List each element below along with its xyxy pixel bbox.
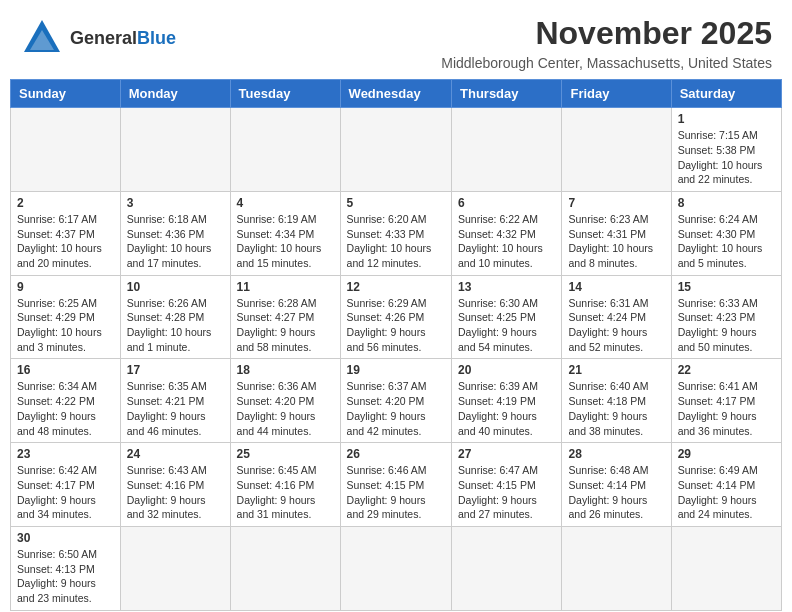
day-number: 11	[237, 280, 334, 294]
table-row: 14Sunrise: 6:31 AM Sunset: 4:24 PM Dayli…	[562, 275, 671, 359]
table-row	[340, 526, 451, 610]
day-number: 1	[678, 112, 775, 126]
table-row: 23Sunrise: 6:42 AM Sunset: 4:17 PM Dayli…	[11, 443, 121, 527]
day-info: Sunrise: 6:25 AM Sunset: 4:29 PM Dayligh…	[17, 296, 114, 355]
table-row: 30Sunrise: 6:50 AM Sunset: 4:13 PM Dayli…	[11, 526, 121, 610]
day-number: 7	[568, 196, 664, 210]
table-row: 29Sunrise: 6:49 AM Sunset: 4:14 PM Dayli…	[671, 443, 781, 527]
title-section: November 2025 Middleborough Center, Mass…	[441, 16, 772, 71]
day-info: Sunrise: 6:50 AM Sunset: 4:13 PM Dayligh…	[17, 547, 114, 606]
day-info: Sunrise: 6:28 AM Sunset: 4:27 PM Dayligh…	[237, 296, 334, 355]
day-number: 27	[458, 447, 555, 461]
table-row	[562, 526, 671, 610]
day-number: 17	[127, 363, 224, 377]
col-thursday: Thursday	[452, 80, 562, 108]
day-number: 6	[458, 196, 555, 210]
col-wednesday: Wednesday	[340, 80, 451, 108]
day-number: 4	[237, 196, 334, 210]
calendar-week-row: 1Sunrise: 7:15 AM Sunset: 5:38 PM Daylig…	[11, 108, 782, 192]
table-row: 11Sunrise: 6:28 AM Sunset: 4:27 PM Dayli…	[230, 275, 340, 359]
table-row: 16Sunrise: 6:34 AM Sunset: 4:22 PM Dayli…	[11, 359, 121, 443]
col-sunday: Sunday	[11, 80, 121, 108]
table-row: 9Sunrise: 6:25 AM Sunset: 4:29 PM Daylig…	[11, 275, 121, 359]
day-number: 19	[347, 363, 445, 377]
table-row: 19Sunrise: 6:37 AM Sunset: 4:20 PM Dayli…	[340, 359, 451, 443]
logo-blue: Blue	[137, 28, 176, 48]
day-info: Sunrise: 6:47 AM Sunset: 4:15 PM Dayligh…	[458, 463, 555, 522]
day-number: 30	[17, 531, 114, 545]
calendar-header-row: Sunday Monday Tuesday Wednesday Thursday…	[11, 80, 782, 108]
day-number: 26	[347, 447, 445, 461]
table-row: 10Sunrise: 6:26 AM Sunset: 4:28 PM Dayli…	[120, 275, 230, 359]
day-info: Sunrise: 6:23 AM Sunset: 4:31 PM Dayligh…	[568, 212, 664, 271]
day-number: 23	[17, 447, 114, 461]
day-info: Sunrise: 6:36 AM Sunset: 4:20 PM Dayligh…	[237, 379, 334, 438]
day-info: Sunrise: 6:31 AM Sunset: 4:24 PM Dayligh…	[568, 296, 664, 355]
calendar-week-row: 23Sunrise: 6:42 AM Sunset: 4:17 PM Dayli…	[11, 443, 782, 527]
day-number: 14	[568, 280, 664, 294]
day-number: 13	[458, 280, 555, 294]
day-info: Sunrise: 6:49 AM Sunset: 4:14 PM Dayligh…	[678, 463, 775, 522]
day-number: 8	[678, 196, 775, 210]
table-row: 5Sunrise: 6:20 AM Sunset: 4:33 PM Daylig…	[340, 191, 451, 275]
day-number: 12	[347, 280, 445, 294]
day-info: Sunrise: 6:26 AM Sunset: 4:28 PM Dayligh…	[127, 296, 224, 355]
day-number: 9	[17, 280, 114, 294]
day-number: 10	[127, 280, 224, 294]
day-info: Sunrise: 6:43 AM Sunset: 4:16 PM Dayligh…	[127, 463, 224, 522]
day-info: Sunrise: 6:30 AM Sunset: 4:25 PM Dayligh…	[458, 296, 555, 355]
table-row	[340, 108, 451, 192]
table-row: 12Sunrise: 6:29 AM Sunset: 4:26 PM Dayli…	[340, 275, 451, 359]
day-number: 28	[568, 447, 664, 461]
table-row: 27Sunrise: 6:47 AM Sunset: 4:15 PM Dayli…	[452, 443, 562, 527]
day-info: Sunrise: 6:17 AM Sunset: 4:37 PM Dayligh…	[17, 212, 114, 271]
day-info: Sunrise: 6:35 AM Sunset: 4:21 PM Dayligh…	[127, 379, 224, 438]
table-row: 7Sunrise: 6:23 AM Sunset: 4:31 PM Daylig…	[562, 191, 671, 275]
logo-icon	[20, 16, 64, 60]
day-info: Sunrise: 6:39 AM Sunset: 4:19 PM Dayligh…	[458, 379, 555, 438]
day-info: Sunrise: 6:45 AM Sunset: 4:16 PM Dayligh…	[237, 463, 334, 522]
day-number: 16	[17, 363, 114, 377]
day-info: Sunrise: 6:24 AM Sunset: 4:30 PM Dayligh…	[678, 212, 775, 271]
col-monday: Monday	[120, 80, 230, 108]
day-info: Sunrise: 6:29 AM Sunset: 4:26 PM Dayligh…	[347, 296, 445, 355]
table-row: 4Sunrise: 6:19 AM Sunset: 4:34 PM Daylig…	[230, 191, 340, 275]
day-info: Sunrise: 6:48 AM Sunset: 4:14 PM Dayligh…	[568, 463, 664, 522]
day-info: Sunrise: 6:19 AM Sunset: 4:34 PM Dayligh…	[237, 212, 334, 271]
col-friday: Friday	[562, 80, 671, 108]
table-row: 6Sunrise: 6:22 AM Sunset: 4:32 PM Daylig…	[452, 191, 562, 275]
logo: GeneralBlue	[20, 16, 176, 60]
day-info: Sunrise: 6:37 AM Sunset: 4:20 PM Dayligh…	[347, 379, 445, 438]
table-row: 13Sunrise: 6:30 AM Sunset: 4:25 PM Dayli…	[452, 275, 562, 359]
table-row	[120, 108, 230, 192]
location-subtitle: Middleborough Center, Massachusetts, Uni…	[441, 55, 772, 71]
month-title: November 2025	[441, 16, 772, 51]
table-row: 2Sunrise: 6:17 AM Sunset: 4:37 PM Daylig…	[11, 191, 121, 275]
table-row: 8Sunrise: 6:24 AM Sunset: 4:30 PM Daylig…	[671, 191, 781, 275]
table-row: 18Sunrise: 6:36 AM Sunset: 4:20 PM Dayli…	[230, 359, 340, 443]
day-info: Sunrise: 6:40 AM Sunset: 4:18 PM Dayligh…	[568, 379, 664, 438]
table-row: 1Sunrise: 7:15 AM Sunset: 5:38 PM Daylig…	[671, 108, 781, 192]
calendar-week-row: 9Sunrise: 6:25 AM Sunset: 4:29 PM Daylig…	[11, 275, 782, 359]
day-info: Sunrise: 6:42 AM Sunset: 4:17 PM Dayligh…	[17, 463, 114, 522]
table-row: 3Sunrise: 6:18 AM Sunset: 4:36 PM Daylig…	[120, 191, 230, 275]
day-info: Sunrise: 6:33 AM Sunset: 4:23 PM Dayligh…	[678, 296, 775, 355]
day-info: Sunrise: 6:18 AM Sunset: 4:36 PM Dayligh…	[127, 212, 224, 271]
table-row: 20Sunrise: 6:39 AM Sunset: 4:19 PM Dayli…	[452, 359, 562, 443]
day-info: Sunrise: 7:15 AM Sunset: 5:38 PM Dayligh…	[678, 128, 775, 187]
col-tuesday: Tuesday	[230, 80, 340, 108]
table-row: 21Sunrise: 6:40 AM Sunset: 4:18 PM Dayli…	[562, 359, 671, 443]
table-row	[452, 526, 562, 610]
table-row	[120, 526, 230, 610]
day-number: 5	[347, 196, 445, 210]
table-row	[230, 526, 340, 610]
table-row: 28Sunrise: 6:48 AM Sunset: 4:14 PM Dayli…	[562, 443, 671, 527]
day-number: 22	[678, 363, 775, 377]
day-number: 24	[127, 447, 224, 461]
calendar-week-row: 2Sunrise: 6:17 AM Sunset: 4:37 PM Daylig…	[11, 191, 782, 275]
table-row: 15Sunrise: 6:33 AM Sunset: 4:23 PM Dayli…	[671, 275, 781, 359]
day-number: 29	[678, 447, 775, 461]
day-number: 2	[17, 196, 114, 210]
day-number: 18	[237, 363, 334, 377]
calendar-wrapper: Sunday Monday Tuesday Wednesday Thursday…	[0, 79, 792, 612]
